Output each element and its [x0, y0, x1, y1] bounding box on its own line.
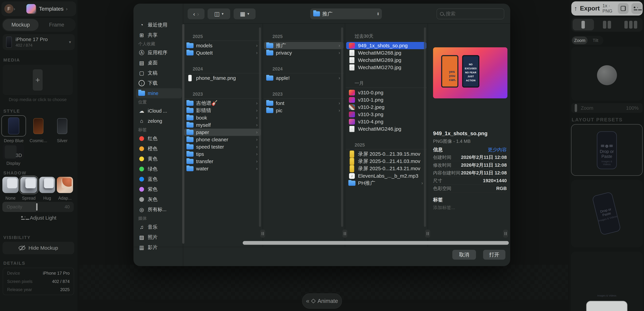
device-selector[interactable]: iPhone 17 Pro 402 / 874 ▾ — [3, 34, 75, 50]
file-row[interactable]: pic › — [264, 107, 344, 114]
sidebar-item[interactable]: 最近使用 — [136, 20, 182, 30]
tab-mockup[interactable]: Mockup — [3, 19, 38, 31]
segment-two-devices[interactable] — [595, 18, 619, 32]
file-row[interactable]: water › — [184, 165, 261, 172]
sidebar-item[interactable]: zelong — [136, 116, 182, 126]
sidebar-item[interactable]: 所有标... — [136, 204, 182, 215]
file-row[interactable]: ElevenLabs_..._b_m2.mp3 — [346, 172, 426, 180]
preview-image[interactable]: yes you can. NO EXCUSES NO FEAR JUST ACT… — [433, 47, 508, 98]
sidebar-item[interactable]: 共享 — [136, 30, 182, 40]
style-deep-blue[interactable] — [1, 115, 26, 136]
group-by-button[interactable]: ▦ ▾ — [234, 8, 256, 19]
column-scrollbar[interactable] — [424, 28, 426, 227]
shadow-spread[interactable] — [20, 177, 37, 193]
column-resize-handle[interactable] — [342, 230, 347, 238]
file-row[interactable]: 录屏 2025-0...21.43.21.mov — [346, 165, 426, 172]
template-header[interactable]: F › Templates › — [1, 1, 76, 16]
segment-one-device[interactable] — [571, 18, 595, 32]
file-row[interactable]: models › — [184, 42, 261, 49]
column-scrollbar[interactable] — [341, 28, 343, 227]
adjust-light-button[interactable]: Adjust Light — [0, 215, 78, 221]
export-button[interactable]: ↑ Export 1x · PNG — [571, 1, 643, 16]
sidebar-item[interactable]: 下载 — [136, 78, 182, 88]
horizontal-scrollbar[interactable] — [243, 241, 509, 245]
file-row[interactable]: PH推广 › — [346, 180, 426, 187]
layout-preset-3[interactable]: Images & Videos — [571, 252, 643, 311]
style-3d-display[interactable]: 3D — [3, 144, 24, 160]
tab-frame[interactable]: Frame — [38, 18, 75, 32]
file-row[interactable]: WechatIMG268.jpg — [346, 49, 426, 56]
file-row[interactable]: 录屏 2025-0...21.41.03.mov — [346, 158, 426, 165]
file-row[interactable]: speed tester › — [184, 143, 261, 150]
opacity-slider[interactable]: Opacity 40 — [2, 202, 74, 212]
chip-tilt[interactable]: Tilt — [588, 36, 604, 45]
open-button[interactable]: 打开 — [483, 250, 506, 260]
sidebar-item[interactable]: 红色 — [136, 134, 182, 144]
sidebar-item[interactable]: 音乐 — [136, 222, 182, 232]
file-row[interactable]: v310-0.png — [346, 89, 426, 96]
file-row[interactable]: WechatIMG270.jpg — [346, 64, 426, 71]
sidebar-item[interactable]: 桌面 — [136, 58, 182, 68]
file-row[interactable]: 949_1x_shots_so.png — [346, 42, 426, 49]
zoom-slider-thumb[interactable] — [575, 104, 577, 112]
file-row[interactable]: apple! › — [264, 74, 344, 82]
file-row[interactable]: font › — [264, 100, 344, 107]
file-row[interactable]: WechatIMG246.jpg — [346, 125, 426, 132]
segment-three-devices[interactable] — [619, 18, 643, 32]
avatar[interactable]: F — [4, 4, 14, 13]
shadow-hug[interactable] — [39, 177, 55, 193]
layout-preset-2[interactable]: Drop or Paste Images & Videos — [571, 180, 643, 248]
animate-button[interactable]: « Animate — [302, 294, 342, 309]
zoom-slider[interactable]: Zoom 100% — [571, 103, 643, 113]
media-dropzone[interactable]: + — [3, 65, 73, 95]
add-media-button[interactable]: + — [33, 69, 42, 90]
file-row[interactable]: privacy › — [264, 49, 344, 56]
shadow-adaptive[interactable] — [57, 177, 73, 193]
style-cosmic[interactable] — [28, 116, 49, 136]
view-mode-button[interactable]: ◫ ▾ — [208, 8, 230, 19]
file-row[interactable]: v310-3.png — [346, 111, 426, 118]
column-resize-handle[interactable] — [425, 230, 430, 238]
cancel-button[interactable]: 取消 — [452, 250, 476, 260]
file-row[interactable]: v310-2.jpeg — [346, 104, 426, 111]
file-row[interactable]: myself › — [184, 121, 261, 129]
opacity-thumb[interactable] — [36, 203, 38, 210]
sidebar-item[interactable]: 灰色 — [136, 194, 182, 204]
show-less-link[interactable]: 更少内容 — [488, 146, 507, 153]
column-resize-handle[interactable] — [503, 230, 508, 238]
layout-preset-1[interactable]: + Drop or Paste Images & Videos — [571, 124, 643, 176]
file-row[interactable]: paper › — [184, 129, 261, 136]
file-row[interactable]: 推广 › — [264, 42, 344, 49]
column-scrollbar[interactable] — [259, 28, 261, 227]
sidebar-item[interactable]: mine — [136, 88, 182, 98]
search-field[interactable]: 搜索 — [436, 8, 504, 19]
export-settings-button[interactable] — [631, 3, 642, 14]
current-folder-dropdown[interactable]: 推广 ▴▾ — [310, 8, 382, 19]
file-row[interactable]: QuoteIt › — [184, 49, 261, 56]
file-row[interactable]: tips › — [184, 150, 261, 158]
sidebar-item[interactable]: 紫色 — [136, 184, 182, 194]
back-button[interactable]: ‹ — [193, 11, 195, 17]
add-tag-field[interactable]: 添加标签... — [433, 204, 455, 210]
column-resize-handle[interactable] — [260, 230, 265, 238]
file-row[interactable]: 吉他谱🎸 › — [184, 100, 261, 107]
file-row[interactable]: v310-4.png — [346, 118, 426, 125]
mockup-preview-card[interactable] — [571, 47, 643, 101]
file-row[interactable]: phone_frame.png — [184, 74, 261, 82]
sidebar-item[interactable]: 照片 — [136, 232, 182, 242]
sidebar-item[interactable]: 影片 — [136, 242, 182, 252]
file-row[interactable]: 录屏 2025-0...21.39.15.mov — [346, 150, 426, 158]
copy-button[interactable] — [618, 3, 628, 14]
file-row[interactable]: phone cleaner › — [184, 136, 261, 143]
style-silver[interactable] — [52, 116, 73, 136]
sidebar-item[interactable]: 橙色 — [136, 144, 182, 154]
file-row[interactable]: v310-1.png — [346, 96, 426, 104]
forward-button[interactable]: › — [197, 11, 199, 17]
file-row[interactable]: 影猜猜 › — [184, 107, 261, 114]
sidebar-item[interactable]: 文稿 — [136, 68, 182, 78]
file-row[interactable]: book › — [184, 114, 261, 121]
hide-mockup-button[interactable]: Hide Mockup — [2, 242, 74, 254]
sidebar-item[interactable]: 绿色 — [136, 164, 182, 174]
shadow-none[interactable] — [2, 177, 18, 193]
sidebar-item[interactable]: 黄色 — [136, 154, 182, 164]
